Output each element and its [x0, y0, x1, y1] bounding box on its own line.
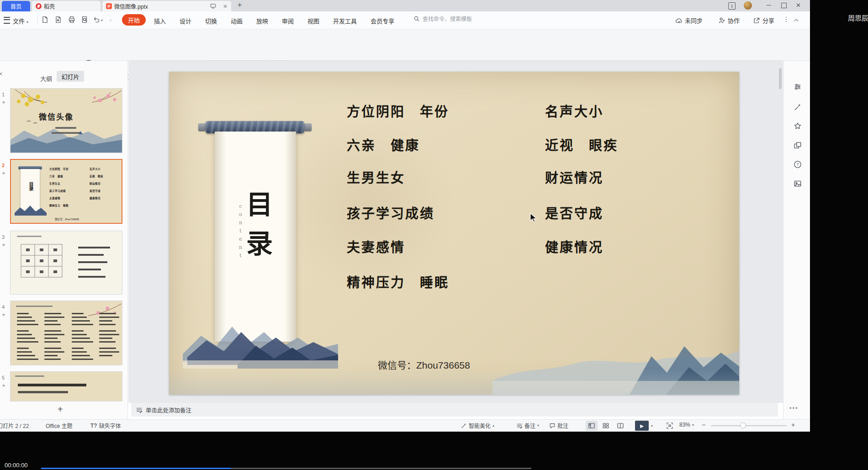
tab-home[interactable]: 首页 — [2, 1, 30, 11]
panel-close-icon[interactable]: ✕ — [0, 71, 3, 77]
zoom-out-button[interactable]: − — [702, 421, 705, 428]
menu-transition[interactable]: 切换 — [205, 16, 217, 25]
thumb4-text-bar — [17, 348, 29, 349]
save-icon[interactable] — [41, 16, 48, 23]
video-player-bar: 00:00:00 — [0, 432, 868, 470]
thumb4-text-bar — [44, 313, 61, 314]
thumb4-text-bar — [44, 324, 61, 325]
menu-file[interactable]: 文件 ▾ — [13, 16, 28, 25]
wechat-footer[interactable]: 微信号：Zhou736658 — [378, 358, 470, 371]
more-menu-icon[interactable]: ⋮ — [783, 16, 790, 23]
restore-icon[interactable] — [781, 3, 787, 8]
help-panel-icon[interactable]: ? — [794, 160, 802, 169]
slide-editor[interactable]: content 目 录 方位阴阳 年份六亲 健康生男生女孩子学习成绩夫妻感情精神… — [169, 72, 739, 395]
slide-thumbnail-4[interactable] — [10, 301, 122, 365]
zoom-in-button[interactable]: + — [791, 421, 795, 428]
menu-animation[interactable]: 动画 — [231, 16, 243, 25]
design-panel-icon[interactable] — [794, 141, 802, 149]
tab-docer[interactable]: 稻壳 — [32, 1, 101, 11]
thumb4-text-bar — [72, 359, 93, 360]
menu-insert[interactable]: 插入 — [154, 16, 166, 25]
notes-more-icon[interactable]: ••• — [789, 405, 799, 412]
new-tab-button[interactable]: + — [238, 1, 242, 9]
toc-item[interactable]: 健康情况 — [545, 237, 603, 256]
collab-button[interactable]: 协作 — [718, 16, 740, 25]
undo-caret[interactable]: ▾ — [101, 18, 103, 22]
thumb4-text-bar — [44, 351, 64, 353]
zoom-slider-thumb[interactable] — [740, 422, 746, 428]
beautify-panel-icon[interactable] — [794, 103, 802, 111]
thumb4-text-bar — [99, 320, 112, 322]
tab-document[interactable]: P 微信图像.pptx ✕ — [102, 1, 231, 11]
quick-toolbar-caret[interactable]: ▿ — [110, 18, 111, 22]
avatar[interactable] — [744, 1, 752, 10]
thumb4-text-bar — [17, 334, 32, 335]
toc-item[interactable]: 方位阴阳 年份 — [347, 101, 449, 120]
thumb4-text-bar — [17, 330, 29, 332]
undo-icon[interactable] — [93, 16, 100, 23]
menu-design[interactable]: 设计 — [180, 16, 191, 25]
material-panel-icon[interactable] — [794, 180, 802, 188]
thumb4-text-bar — [17, 359, 38, 360]
toc-item[interactable]: 精神压力 睡眠 — [347, 272, 449, 291]
toc-item[interactable]: 夫妻感情 — [347, 237, 405, 256]
toc-item[interactable]: 名声大小 — [545, 101, 603, 120]
view-reading-icon[interactable] — [617, 422, 624, 429]
collapse-ribbon-icon[interactable] — [793, 17, 799, 23]
beautify-button[interactable]: 智能美化▴ — [460, 422, 494, 429]
zoom-slider-track[interactable] — [711, 425, 787, 426]
zoom-level[interactable]: 83%▾ — [679, 422, 694, 428]
sync-button[interactable]: 未同步 — [675, 16, 703, 25]
thumb4-text-bar — [99, 330, 116, 332]
thumb2-toc-title: 目录 — [27, 182, 34, 191]
print-preview-icon[interactable] — [81, 16, 88, 23]
menu-review[interactable]: 审阅 — [282, 16, 294, 25]
fit-slide-icon[interactable] — [666, 422, 673, 429]
toc-item[interactable]: 财运情况 — [545, 167, 603, 186]
notes-bar[interactable]: 单击此处添加备注 — [131, 403, 778, 417]
menu-devtools[interactable]: 开发工具 — [333, 16, 357, 25]
window-close-icon[interactable]: ✕ — [796, 2, 801, 9]
theme-label[interactable]: Office 主题 — [46, 422, 72, 429]
window-badge[interactable]: 1 — [728, 2, 736, 10]
menu-slideshow[interactable]: 放映 — [256, 16, 268, 25]
slideshow-play-button[interactable]: ▶ — [635, 421, 649, 431]
notes-toggle[interactable]: 备注▾ — [516, 422, 539, 429]
toc-item[interactable]: 六亲 健康 — [347, 135, 420, 154]
menu-view[interactable]: 视图 — [307, 16, 319, 25]
add-slide-button[interactable]: + — [58, 404, 63, 415]
thumb4-text-bar — [99, 313, 116, 314]
comments-toggle[interactable]: 批注 — [549, 422, 568, 429]
slideshow-play-caret[interactable]: ▾ — [651, 424, 653, 428]
command-search[interactable]: 查找命令、搜索模板 — [413, 15, 472, 22]
thumb4-text-bar — [44, 320, 58, 322]
hamburger-icon[interactable] — [4, 17, 10, 24]
share-icon — [753, 17, 760, 24]
slide-thumbnail-1[interactable]: 微信头像 — [10, 88, 122, 153]
print-icon[interactable] — [68, 16, 75, 23]
tab-close-icon[interactable]: ✕ — [223, 3, 228, 10]
missing-font-button[interactable]: T?缺失字体 — [90, 422, 121, 429]
canvas-scrollbar-thumb[interactable] — [779, 68, 782, 89]
menu-start[interactable]: 开始 — [122, 14, 146, 26]
toc-item[interactable]: 近视 眼疾 — [545, 135, 618, 154]
object-properties-icon[interactable] — [794, 83, 802, 91]
slide-thumbnail-2[interactable]: 目录 方位阴阳 年份六亲 健康生男生女孩子学习成绩夫妻感情精神压力 睡眠名声大小… — [10, 159, 122, 224]
toc-item[interactable]: 是否守成 — [545, 203, 603, 222]
menu-member-benefits[interactable]: 会员专享 — [370, 16, 394, 25]
cast-icon[interactable] — [210, 3, 216, 9]
tab-bar: 首页 稻壳 P 微信图像.pptx ✕ + 1 ─ ✕ — [0, 0, 810, 11]
tab-outline[interactable]: 大纲 — [40, 74, 52, 83]
toc-item[interactable]: 孩子学习成绩 — [347, 203, 434, 222]
view-normal-button[interactable] — [586, 421, 598, 431]
animation-panel-icon[interactable] — [794, 122, 802, 130]
slide-thumbnail-5[interactable] — [10, 371, 122, 401]
view-sorter-icon[interactable] — [602, 422, 609, 429]
share-button[interactable]: 分享 — [753, 16, 774, 25]
export-icon[interactable] — [54, 16, 62, 23]
tab-slides[interactable]: 幻灯片 — [57, 71, 84, 82]
minimize-icon[interactable]: ─ — [767, 1, 771, 9]
slide-thumbnail-3[interactable] — [10, 231, 122, 295]
toc-item[interactable]: 生男生女 — [347, 167, 405, 186]
slide-number: 5 — [2, 375, 5, 380]
